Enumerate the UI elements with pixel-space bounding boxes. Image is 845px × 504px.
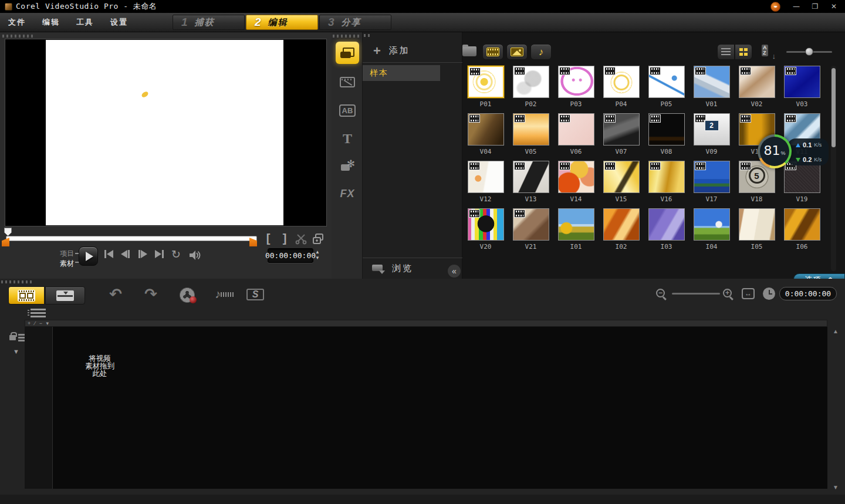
library-thumbnail-V01[interactable]: V01 <box>689 66 734 113</box>
library-thumbnail-V07[interactable]: V07 <box>599 113 644 161</box>
browse-row[interactable]: 浏览 <box>363 258 462 279</box>
filter-video-button[interactable] <box>482 44 503 60</box>
library-scrollbar[interactable] <box>831 66 836 271</box>
go-to-start-button[interactable] <box>104 250 113 258</box>
library-thumbnail-V17[interactable]: V17 <box>689 161 734 208</box>
library-thumbnail-V06[interactable]: V06 <box>553 113 599 161</box>
project-mode-label[interactable]: 项目 <box>56 249 74 259</box>
library-thumbnail-V15[interactable]: V15 <box>599 161 644 208</box>
thumbnail-image[interactable] <box>648 66 685 98</box>
redo-button[interactable]: ↷ <box>144 285 157 303</box>
thumbnail-image[interactable] <box>468 208 504 241</box>
gallery-folder-sample[interactable]: 样本 <box>363 65 440 81</box>
track-expand-arrow[interactable]: ▼ <box>13 348 19 355</box>
menu-edit[interactable]: 编辑 <box>34 17 68 28</box>
timeline-zoom-slider[interactable] <box>672 293 720 295</box>
thumbnail-image[interactable] <box>558 113 594 146</box>
timeline-view-button[interactable] <box>45 286 85 305</box>
smart-proxy-button[interactable]: S <box>246 289 264 300</box>
volume-icon[interactable] <box>189 250 202 261</box>
thumbnail-image[interactable] <box>648 113 685 146</box>
library-thumbnail-V09[interactable]: 2V09 <box>689 113 734 161</box>
track-header-strip[interactable]: + ∕ − ▾ <box>25 320 827 327</box>
library-thumbnail-I04[interactable]: I04 <box>689 208 734 256</box>
thumbnail-image[interactable] <box>558 208 594 241</box>
library-thumbnail-V03[interactable]: V03 <box>779 66 824 113</box>
library-thumbnail-V13[interactable]: V13 <box>508 161 553 208</box>
enlarge-preview-icon[interactable] <box>312 233 324 245</box>
tab-share[interactable]: 3 分享 <box>319 15 391 30</box>
thumbnail-image[interactable] <box>603 208 640 241</box>
menu-file[interactable]: 文件 <box>0 17 34 28</box>
sort-button[interactable]: AZ ↓ <box>760 45 776 59</box>
clip-mode-label[interactable]: 素材 <box>56 259 74 269</box>
storyboard-view-button[interactable] <box>8 286 45 305</box>
library-thumbnail-V20[interactable]: V20 <box>463 208 508 256</box>
scrub-position-marker[interactable] <box>4 228 12 236</box>
thumbnail-image[interactable] <box>558 66 594 98</box>
library-thumbnail-P02[interactable]: P02 <box>508 66 553 113</box>
thumbnail-image[interactable] <box>468 161 504 193</box>
timecode-spinner[interactable]: ▲ ▼ <box>315 249 320 261</box>
tab-edit[interactable]: 2 编辑 <box>246 15 318 30</box>
library-thumbnail-I02[interactable]: I02 <box>599 208 644 256</box>
record-capture-button[interactable] <box>180 287 195 303</box>
thumbnail-image[interactable] <box>694 66 730 98</box>
network-speed-panel[interactable]: 0.1 K/s 0.2 K/s <box>787 138 829 165</box>
restore-button[interactable]: ❐ <box>807 1 823 12</box>
scroll-up-arrow[interactable]: ▲ <box>833 328 839 334</box>
thumbnail-image[interactable] <box>603 113 640 146</box>
rail-title-button[interactable]: T <box>336 127 359 150</box>
thumbnail-image[interactable] <box>513 161 549 193</box>
rail-graphic-button[interactable] <box>336 154 359 177</box>
collapse-panel-button[interactable]: « <box>448 265 461 278</box>
thumbnail-image[interactable] <box>739 66 775 98</box>
split-clip-icon[interactable] <box>295 233 307 245</box>
thumbnail-image[interactable] <box>648 208 685 241</box>
scrub-track[interactable] <box>6 236 257 241</box>
repeat-button[interactable]: ↻ <box>171 248 181 261</box>
timeline-timecode[interactable]: 0:00:00:00 <box>779 287 837 300</box>
play-button[interactable] <box>79 246 98 266</box>
library-thumbnail-V08[interactable]: V08 <box>644 113 689 161</box>
thumbnail-image[interactable] <box>468 113 504 146</box>
list-view-button[interactable] <box>717 44 735 60</box>
thumbnail-image[interactable] <box>784 208 820 241</box>
import-folder-icon[interactable] <box>462 46 476 56</box>
thumbnail-image[interactable] <box>513 113 549 146</box>
panel-drag-handle[interactable] <box>333 35 361 38</box>
tab-capture[interactable]: 1 捕获 <box>173 15 245 30</box>
undo-button[interactable]: ↶ <box>109 285 122 303</box>
library-thumbnail-V02[interactable]: V02 <box>734 66 779 113</box>
panel-drag-handle[interactable] <box>1 280 32 283</box>
fit-timeline-button[interactable]: ↔ <box>742 288 755 299</box>
zoom-out-button[interactable]: − <box>656 289 665 297</box>
thumbnail-image[interactable]: 2 <box>694 113 730 146</box>
thumbnail-image[interactable] <box>784 66 820 98</box>
library-thumbnail-V14[interactable]: V14 <box>553 161 599 208</box>
rail-media-button[interactable] <box>336 42 359 64</box>
add-folder-row[interactable]: + 添加 <box>363 39 462 63</box>
track-lock-icon[interactable] <box>9 332 25 343</box>
library-thumbnail-P03[interactable]: P03 <box>553 66 599 113</box>
menu-settings[interactable]: 设置 <box>102 17 136 28</box>
library-thumbnail-V04[interactable]: V04 <box>463 113 508 161</box>
panel-drag-handle[interactable] <box>364 34 370 37</box>
library-thumbnail-V21[interactable]: V21 <box>508 208 553 256</box>
minimize-button[interactable]: — <box>789 1 804 12</box>
library-thumbnail-P05[interactable]: P05 <box>644 66 689 113</box>
library-thumbnail-I01[interactable]: I01 <box>553 208 599 256</box>
menu-tools[interactable]: 工具 <box>68 17 102 28</box>
mark-in-button[interactable]: [ <box>263 232 273 245</box>
thumbnail-image[interactable] <box>603 66 640 98</box>
thumbnail-image[interactable] <box>558 161 594 193</box>
thumbnail-image[interactable] <box>513 66 549 98</box>
scroll-down-arrow[interactable]: ▼ <box>833 484 839 491</box>
rail-filter-button[interactable]: FX <box>336 182 359 205</box>
library-thumbnail-V05[interactable]: V05 <box>508 113 553 161</box>
thumbnail-image[interactable] <box>694 208 730 241</box>
library-thumbnail-I05[interactable]: I05 <box>734 208 779 256</box>
mark-out-button[interactable]: ] <box>280 232 289 245</box>
library-thumbnail-I06[interactable]: I06 <box>779 208 824 256</box>
security-ball-icon[interactable] <box>770 2 780 12</box>
